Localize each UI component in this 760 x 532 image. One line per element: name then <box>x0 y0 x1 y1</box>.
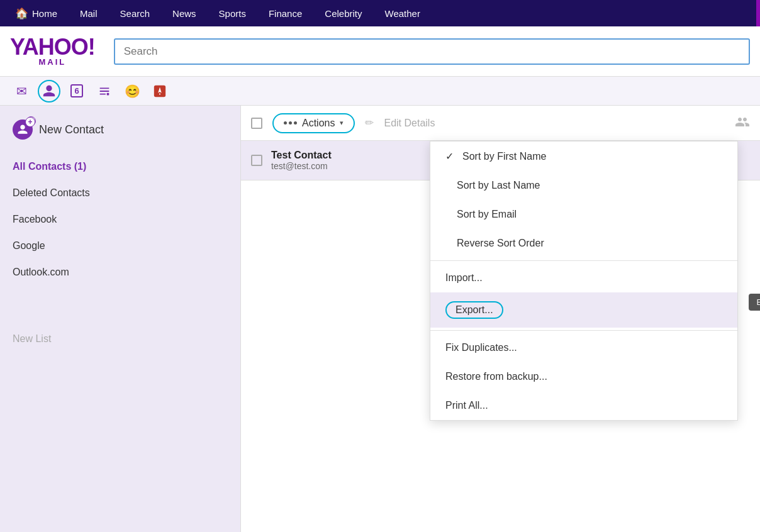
nav-finance-label: Finance <box>269 8 302 19</box>
actions-label: Actions <box>302 118 335 129</box>
edit-pencil-icon: ✏ <box>365 116 374 130</box>
sort-first-name-item[interactable]: Sort by First Name <box>430 141 737 171</box>
fix-duplicates-item[interactable]: Fix Duplicates... <box>430 333 737 362</box>
dropdown-divider-2 <box>430 330 737 331</box>
new-contact-icon: + <box>13 119 33 140</box>
nav-celebrity-label: Celebrity <box>325 8 362 19</box>
new-contact-button[interactable]: + New Contact <box>0 106 240 153</box>
nav-search-label: Search <box>120 8 150 19</box>
sort-last-name-item[interactable]: Sort by Last Name <box>430 171 737 200</box>
sidebar-item-all-contacts[interactable]: All Contacts (1) <box>0 153 240 180</box>
yahoo-text: YAHOO! <box>10 36 95 58</box>
nav-home[interactable]: 🏠 Home <box>10 0 69 26</box>
yahoo-mail-sub: MAIL <box>38 57 66 67</box>
actions-button[interactable]: Actions ▾ <box>272 113 355 133</box>
nav-finance[interactable]: Finance <box>257 0 313 26</box>
restore-backup-item[interactable]: Restore from backup... <box>430 362 737 391</box>
check-all-checkbox[interactable] <box>251 118 262 129</box>
nav-search[interactable]: Search <box>109 0 162 26</box>
nav-weather-label: Weather <box>385 8 420 19</box>
nav-weather[interactable]: Weather <box>374 0 432 26</box>
import-contacts-icon[interactable] <box>735 114 750 131</box>
dropdown-divider-1 <box>430 260 737 261</box>
messenger-icon[interactable]: 😊 <box>121 80 143 103</box>
export-tooltip: Export <box>749 294 760 311</box>
svg-rect-0 <box>107 92 109 95</box>
search-input[interactable] <box>114 38 750 65</box>
actions-dropdown: Sort by First Name Sort by Last Name Sor… <box>430 141 738 421</box>
mail-icon[interactable]: ✉ <box>10 80 33 103</box>
alerts-icon[interactable] <box>148 80 171 103</box>
yahoo-logo: YAHOO! MAIL <box>10 36 95 67</box>
svg-rect-2 <box>159 93 160 94</box>
contacts-icon[interactable] <box>38 80 60 103</box>
new-list-button[interactable]: New List <box>0 323 240 355</box>
top-nav: 🏠 Home Mail Search News Sports Finance C… <box>0 0 760 26</box>
home-icon: 🏠 <box>15 7 28 20</box>
nav-mail-label: Mail <box>80 8 98 19</box>
nav-sports-label: Sports <box>219 8 246 19</box>
sidebar: + New Contact All Contacts (1) Deleted C… <box>0 106 241 532</box>
export-label: Export... <box>445 301 503 319</box>
sort-email-item[interactable]: Sort by Email <box>430 200 737 229</box>
icon-toolbar: ✉ 6 😊 <box>0 77 760 106</box>
content-area: Actions ▾ ✏ Edit Details Test Contact te… <box>241 106 760 532</box>
sidebar-item-outlook[interactable]: Outlook.com <box>0 259 240 285</box>
reverse-sort-item[interactable]: Reverse Sort Order <box>430 229 737 258</box>
header-row: YAHOO! MAIL <box>0 26 760 77</box>
nav-celebrity[interactable]: Celebrity <box>313 0 373 26</box>
notes-icon[interactable] <box>93 80 116 103</box>
export-item[interactable]: Export... Export <box>430 292 737 328</box>
print-all-item[interactable]: Print All... <box>430 391 737 420</box>
sidebar-item-google[interactable]: Google <box>0 233 240 259</box>
nav-accent-bar <box>756 0 760 26</box>
chevron-down-icon: ▾ <box>340 119 344 127</box>
new-contact-label: New Contact <box>39 123 104 136</box>
import-item[interactable]: Import... <box>430 263 737 292</box>
nav-news[interactable]: News <box>161 0 208 26</box>
main-layout: + New Contact All Contacts (1) Deleted C… <box>0 106 760 532</box>
nav-news-label: News <box>172 8 196 19</box>
nav-mail[interactable]: Mail <box>69 0 109 26</box>
edit-details-label[interactable]: Edit Details <box>384 118 435 129</box>
nav-sports[interactable]: Sports <box>208 0 257 26</box>
calendar-icon[interactable]: 6 <box>65 80 88 103</box>
actions-dots-icon <box>284 121 297 125</box>
contact-checkbox[interactable] <box>251 155 262 166</box>
contacts-toolbar: Actions ▾ ✏ Edit Details <box>241 106 760 141</box>
nav-home-label: Home <box>32 8 57 19</box>
sidebar-item-facebook[interactable]: Facebook <box>0 206 240 233</box>
sidebar-item-deleted-contacts[interactable]: Deleted Contacts <box>0 180 240 206</box>
